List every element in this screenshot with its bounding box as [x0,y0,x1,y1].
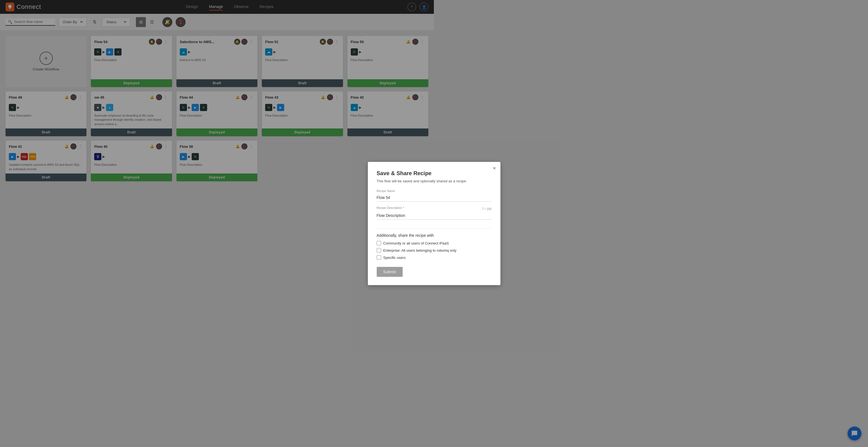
recipe-desc-row: Recipe Description * 7 / 140 [377,206,434,210]
save-share-recipe-modal: × Save & Share Recipe This flow will be … [368,162,434,224]
recipe-name-label: Recipe Name [377,189,434,192]
recipe-desc-input[interactable] [377,212,434,220]
recipe-name-input[interactable] [377,193,434,202]
modal-overlay[interactable]: × Save & Share Recipe This flow will be … [0,0,434,224]
modal-subtitle: This flow will be saved and optionally s… [377,179,434,184]
recipe-desc-label: Recipe Description * [377,206,404,209]
modal-title: Save & Share Recipe [377,170,434,177]
